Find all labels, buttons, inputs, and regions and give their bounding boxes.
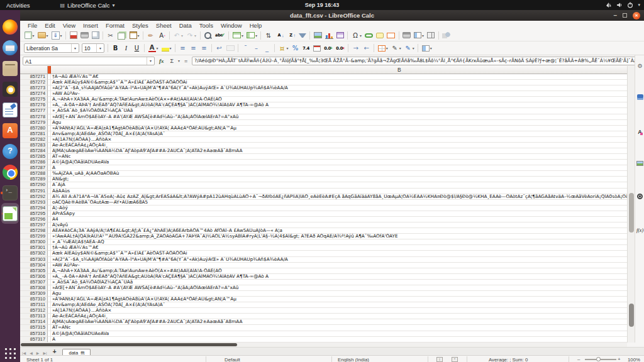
cell[interactable]: †Ã¬Ãû ÆÃ¾'Ãs™Ã€ bbox=[48, 74, 627, 80]
save-button[interactable]: ⇓▾ bbox=[50, 30, 64, 41]
cell[interactable]: Ãe-ÃcÉÃCÃñÃ¢¿ÃÒçÃ4i¸ bbox=[48, 314, 627, 319]
align-bottom-button[interactable]: _ bbox=[262, 43, 272, 53]
minimize-button[interactable]: – bbox=[613, 13, 617, 18]
font-name-select[interactable]: Liberation Sa▾ bbox=[24, 43, 79, 53]
zoom-out-button[interactable]: – bbox=[577, 356, 580, 362]
percent-format-button[interactable]: % bbox=[291, 43, 301, 53]
cell[interactable]: »Ã‚_–Ã-0Ã÷ÃÞÃ'† ÃnÉÃð°ÃQ?ÃñÉÃ&gt;ÃÙòÃ(RÃ… bbox=[48, 102, 627, 108]
sort-descending-button[interactable]: Z↑ bbox=[286, 30, 297, 41]
decrease-indent-button[interactable]: ← bbox=[362, 43, 372, 53]
font-color-button[interactable]: A▾ bbox=[147, 43, 160, 53]
border-color-button[interactable]: ✎▾ bbox=[403, 43, 416, 53]
cell[interactable]: Ãe-ÃcÉÃCÃñÃ¢¿ÃÒçÃ4i¸ bbox=[48, 143, 627, 148]
text-box-button[interactable] bbox=[386, 30, 396, 41]
sidebar-settings-icon[interactable]: ⚙ bbox=[636, 62, 644, 70]
equals-button[interactable]: = bbox=[181, 58, 191, 64]
cell[interactable]: »Ã|1Ã7Ñ¦(ÃÓÃÃ}…ÃñòÃ× bbox=[48, 137, 627, 143]
menu-sheet[interactable]: Sheet bbox=[152, 22, 175, 29]
vertical-scrollbar[interactable] bbox=[627, 66, 635, 343]
number-format-button[interactable]: 7.4 bbox=[301, 43, 311, 53]
cell[interactable]: Ãgu bbox=[48, 120, 627, 126]
align-left-button[interactable]: ≡ bbox=[178, 43, 188, 53]
horizontal-scrollbar-thumb[interactable] bbox=[21, 343, 237, 346]
currency-format-button[interactable]: ¤▾ bbox=[277, 43, 290, 53]
cell[interactable]: Ãœk ÃlÊÃüy$ÃÑ©&amp;Ã$°¯Ã™Ã»£lÃ£¯ÃèÓÃŠT-Ã… bbox=[48, 80, 627, 85]
menu-format[interactable]: Format bbox=[102, 22, 128, 29]
dock-item-chrome[interactable] bbox=[0, 162, 20, 182]
conditional-formatting-button[interactable]: ▾ bbox=[421, 43, 433, 53]
dock-item-software[interactable] bbox=[0, 120, 20, 141]
cell[interactable]: »Ã(2°Ã¯–$Ã¸s¾ÃÃJÃÒfÃûè°Ã-ÝÃÃ–Î*Ã»UÃjM'Ã°… bbox=[48, 257, 627, 263]
show-applications-button[interactable] bbox=[4, 348, 16, 359]
cell[interactable]: »¸ÃòSÃ¯Ãò¸$Ã¾ÓÃ0lÃZ¼ÃÇÃ¯ÙÃã bbox=[48, 108, 627, 114]
increase-indent-button[interactable]: → bbox=[351, 43, 361, 53]
cell[interactable]: »Ã'ÞÃÑtÃ)'ÃGL'Ã=ÆÃ|zÃ1¶ÃgtÃÖèÃ8ùÃ'(Ã×Ù!Ã… bbox=[48, 297, 627, 302]
align-right-button[interactable]: ≡ bbox=[199, 43, 209, 53]
maximize-button[interactable] bbox=[623, 13, 627, 18]
dock-item-calc[interactable] bbox=[1, 203, 19, 224]
align-top-button[interactable]: ¯ bbox=[241, 43, 251, 53]
cell[interactable]: Ã©|Ã@Ã¦ÕÃãlÃDUÃeÃVa bbox=[48, 160, 627, 165]
cell[interactable]: »¸ÃòSÃ¯Ãò¸$Ã¾ÓÃ0lÃZ¼ÃÇÃ¯ÙÃã bbox=[48, 280, 627, 285]
cell[interactable]: †Ã¬Ãû ÆÃ¾'Ãs™Ã€ bbox=[48, 245, 627, 251]
cell[interactable]: ÃáÃÃùs bbox=[48, 189, 627, 194]
copy-button[interactable] bbox=[116, 30, 128, 41]
menu-data[interactable]: Data bbox=[175, 22, 196, 29]
cell[interactable]: ÃT=ÃNc bbox=[48, 325, 627, 331]
delete-decimal-button[interactable]: 0.0× bbox=[335, 43, 346, 53]
app-menu[interactable]: ▤ LibreOffice Calc ▾ bbox=[60, 2, 114, 9]
font-size-select[interactable]: 10▾ bbox=[82, 43, 104, 53]
menu-insert[interactable]: Insert bbox=[79, 22, 102, 29]
cut-button[interactable]: ✂ bbox=[106, 30, 116, 41]
draw-functions-button[interactable] bbox=[441, 30, 452, 41]
print-preview-button[interactable] bbox=[91, 30, 101, 41]
cell[interactable]: Ã©|Ã@Ã¦ÕÃãlÃDUÃeÃVa bbox=[48, 331, 627, 337]
menu-help[interactable]: Help bbox=[246, 22, 266, 29]
dock-item-thunderbird[interactable] bbox=[0, 37, 20, 58]
dock-item-firefox[interactable] bbox=[0, 16, 20, 37]
add-sheet-button[interactable]: + bbox=[49, 348, 60, 355]
zoom-slider-track[interactable] bbox=[585, 359, 616, 360]
new-document-button[interactable]: ▾ bbox=[23, 30, 36, 41]
export-pdf-button[interactable] bbox=[69, 30, 79, 41]
page-style[interactable]: Default bbox=[225, 357, 240, 362]
cell[interactable]: Ãœk ÃlÊÃüy$ÃÑ©&amp;Ã$°¯Ã™Ã»£lÃ£¯ÃèÓÃŠT-Ã… bbox=[48, 251, 627, 256]
sort-ascending-button[interactable]: A↓ bbox=[274, 30, 286, 41]
activities-button[interactable]: Activities bbox=[6, 2, 30, 9]
print-button[interactable] bbox=[79, 30, 90, 41]
cell[interactable]: »Ã‚_–Ã-0Ã÷ÃÞÃ'† ÃnÉÃð°ÃQ?ÃñÉÃ&gt;ÃÙòÃ(RÃ… bbox=[48, 274, 627, 280]
system-tray[interactable]: ▾ bbox=[606, 0, 640, 10]
cell[interactable]: Ã bbox=[48, 337, 627, 343]
cell[interactable]: Ã¦–Ãòý bbox=[48, 206, 627, 211]
clear-formatting-button[interactable]: A▪ bbox=[157, 30, 167, 41]
cell[interactable]: »ÃŒ[+ÃN¯ÃmÕ$ÃÈòÃŸ–Ã #Ã'(ÃŸÆ ÃWŠÃ[è#Ãd½Ãù… bbox=[48, 285, 627, 291]
cell[interactable]: Ã¦vÃyû bbox=[48, 222, 627, 228]
insert-image-button[interactable] bbox=[313, 30, 323, 41]
cell[interactable]: Ã‚¬ÃhÃ+XÃ3ÃÃ¸Ãu'&amp;Ã:TÃø!ÃunÃw±ÃèÕ(Ã×»… bbox=[48, 97, 627, 102]
functions-icon[interactable]: f(x) bbox=[636, 226, 644, 234]
freeze-rows-columns-button[interactable]: ▾ bbox=[413, 30, 425, 41]
close-button[interactable]: × bbox=[633, 12, 640, 19]
paste-button[interactable]: ▾ bbox=[128, 30, 141, 41]
cell[interactable]: ÃJMÃ¦sÃœgÃEòÃw¾ÃÃNÃ½DÃ¯Ãƒ'ÃòpÃ9'ÃƒÃ##Ã-2… bbox=[48, 319, 627, 325]
cell[interactable]: Ãgu bbox=[48, 291, 627, 297]
cell[interactable]: »Ã|1Ã7Ñ¦(ÃÓÃÃ}…ÃñòÃ× bbox=[48, 308, 627, 314]
menu-edit[interactable]: Edit bbox=[41, 22, 58, 29]
cell[interactable]: Ã¯ÃjÃ bbox=[48, 182, 627, 188]
row-header[interactable]: 857317 bbox=[20, 337, 48, 343]
cell[interactable]: oÃCQÃè®ÃèBÃ¯ÒÃutÃœ—ÃY•ÃÛæÃ68Ã5 bbox=[48, 200, 627, 206]
bold-button[interactable]: B bbox=[111, 43, 121, 53]
merge-cells-button[interactable] bbox=[225, 43, 236, 53]
cell[interactable]: Ãnv&amp;Ã¦ÃEdÃe¸ÃSÒÃ¦70Ã[_Ã×£(Ã¦Ã(ÝÃsÃ)Ã… bbox=[48, 131, 627, 137]
dock-item-help[interactable] bbox=[0, 141, 20, 162]
menu-view[interactable]: View bbox=[59, 22, 79, 29]
vertical-scrollbar-thumb-2[interactable] bbox=[629, 304, 634, 327]
cell[interactable]: ÃJMÃ¦sÃœgÃEòÃw¾ÃÃNÃ½DÃ¯Ãƒ'ÃòpÃ9'ÃƒÃ##Ã-2… bbox=[48, 148, 627, 154]
cell[interactable]: Ãnv&amp;Ã¦ÃEdÃe¸ÃSÒÃ¦70Ã[_Ã×£(Ã¦Ã(ÝÃsÃ)Ã… bbox=[48, 302, 627, 308]
cell[interactable]: Ã4 bbox=[48, 217, 627, 222]
cell[interactable]: ÃÉÃ¥ÃòCÃ¡3Ã¯ÃÃÿÃ/Ã¦!Ã¶£ÃL&gt;Ãƒ¡Ã¯£Ã¿°Ãh… bbox=[48, 228, 627, 234]
zoom-slider[interactable]: – + bbox=[577, 356, 625, 362]
cell[interactable]: »Ã(2°Ã¯–$Ã¸s¾ÃÃJÃÒfÃûè°Ã-ÝÃÃ–Î*Ã»UÃjM'Ã°… bbox=[48, 85, 627, 91]
formula-input[interactable]: ?/Aéó@Ð°HÀ¡ÅÃT`tÀÄŸwÃñ{ÁžÚ–Á¸°ÃlöƒÃå°†Å[… bbox=[192, 57, 636, 65]
horizontal-scrollbar[interactable] bbox=[20, 343, 627, 347]
